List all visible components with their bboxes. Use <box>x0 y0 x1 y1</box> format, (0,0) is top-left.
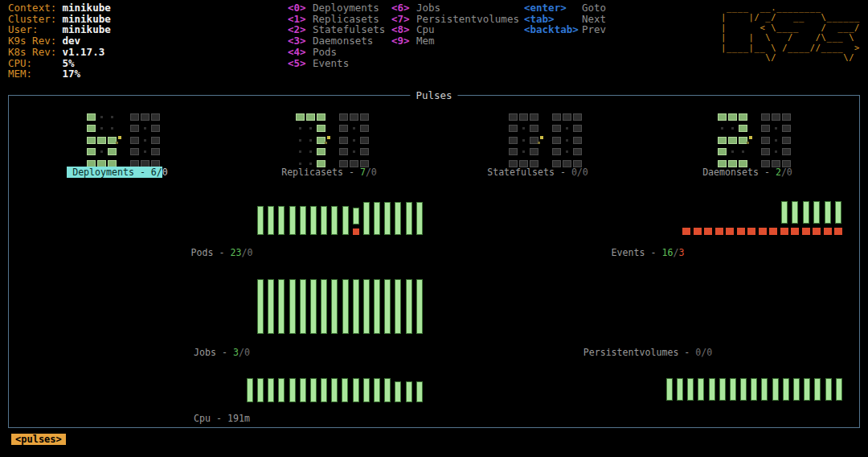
jobs-bar-chart[interactable] <box>257 279 423 334</box>
matrix-block <box>761 148 770 155</box>
ok-bar <box>406 202 412 235</box>
bar-sample <box>300 202 306 235</box>
matrix-block <box>530 148 538 155</box>
matrix-dot <box>350 137 358 144</box>
ok-bar <box>395 381 401 402</box>
digit-0 <box>761 113 791 167</box>
cpu-label[interactable]: Cpu - 191m <box>61 412 383 425</box>
ok-bar <box>416 381 423 402</box>
ok-bar <box>353 378 359 402</box>
matrix-dot <box>772 137 780 144</box>
menu-item-replicasets[interactable]: <1>Replicasets <box>288 14 385 25</box>
daemonsets-label[interactable]: Daemonsets - 2/0 <box>587 166 868 179</box>
matrix-dot <box>772 148 780 155</box>
deployments-digit-chart[interactable] <box>87 113 161 167</box>
error-bar <box>726 228 734 235</box>
matrix-dot <box>563 137 571 144</box>
error-bar <box>704 228 712 235</box>
label-segment: 16 <box>661 247 673 258</box>
ok-bar <box>321 279 327 334</box>
matrix-block <box>573 113 582 121</box>
menu-item-events[interactable]: <5>Events <box>288 58 385 69</box>
ok-bar <box>247 378 253 402</box>
ok-bar <box>792 201 798 224</box>
statefulsets-digit-chart[interactable] <box>509 113 583 167</box>
ok-bar <box>363 279 370 334</box>
bar-sample <box>321 279 327 334</box>
bar-sample <box>406 279 412 334</box>
replicasets-digit-chart[interactable] <box>296 113 370 167</box>
bar-sample <box>374 378 380 402</box>
mem-bar-chart[interactable] <box>666 378 842 401</box>
menu-item-goto[interactable]: <enter>Goto <box>524 2 606 14</box>
matrix-block <box>509 148 518 155</box>
ok-bar <box>416 202 423 235</box>
error-bar <box>780 228 788 235</box>
menu-label: Mem <box>416 35 435 47</box>
bar-sample <box>715 201 723 235</box>
digit-separator <box>538 113 552 167</box>
matrix-block <box>306 113 315 121</box>
matrix-block <box>782 125 791 132</box>
info-value: 17% <box>63 68 81 80</box>
matrix-dot <box>296 148 305 155</box>
ok-bar <box>814 378 821 401</box>
bar-sample <box>257 202 264 235</box>
menu-item-prev[interactable]: <backtab>Prev <box>524 24 606 35</box>
matrix-block <box>739 125 747 132</box>
menu-item-daemonsets[interactable]: <3>Daemonsets <box>288 35 385 47</box>
menu-item-next[interactable]: <tab>Next <box>524 14 606 25</box>
matrix-block <box>339 113 348 121</box>
menu-item-persistentvolumes[interactable]: <7>Persistentvolumes <box>391 14 519 25</box>
ok-bar <box>772 378 779 401</box>
menu-item-pods[interactable]: <4>Pods <box>288 47 385 58</box>
bar-sample <box>791 201 799 235</box>
cpu-bar-chart[interactable] <box>247 378 423 402</box>
info-label: K9s Rev: <box>8 35 63 47</box>
persistentvolumes-label[interactable]: Persistentvolumes - 0/0 <box>487 346 809 359</box>
jobs-label[interactable]: Jobs - 3/0 <box>61 346 383 359</box>
ok-bar <box>825 378 832 401</box>
ok-bar <box>835 201 841 224</box>
matrix-block <box>772 113 780 121</box>
cluster-info-row: CPU:5% <box>8 58 111 69</box>
bar-sample <box>268 279 274 334</box>
bar-sample <box>694 201 702 235</box>
menu-item-statefulsets[interactable]: <2>Statefulsets <box>288 24 385 35</box>
ok-bar <box>813 201 820 224</box>
bar-sample <box>687 378 694 401</box>
daemonsets-digit-chart[interactable] <box>718 113 792 167</box>
events-label[interactable]: Events - 16/3 <box>487 246 809 259</box>
matrix-block <box>509 137 518 144</box>
bar-sample <box>321 378 327 402</box>
ok-bar <box>374 279 380 334</box>
label-segment: 7 <box>360 167 366 178</box>
matrix-block <box>573 137 582 144</box>
matrix-dot <box>97 148 106 155</box>
ok-bar <box>289 378 296 402</box>
bar-sample <box>310 202 317 235</box>
menu-key: <4> <box>288 47 313 58</box>
ok-bar <box>395 279 401 334</box>
pods-bar-chart[interactable] <box>257 202 423 235</box>
menu-item-jobs[interactable]: <6>Jobs <box>391 2 519 14</box>
menu-item-cpu[interactable]: <8>Cpu <box>391 24 519 35</box>
bar-sample <box>709 378 715 401</box>
pulses-crumb[interactable]: <pulses> <box>11 434 66 445</box>
label-segment: 2 <box>776 167 781 178</box>
matrix-block <box>761 113 770 121</box>
events-bar-chart[interactable] <box>682 201 842 235</box>
matrix-dot <box>519 125 528 132</box>
digit-0 <box>509 113 538 167</box>
menu-item-deployments[interactable]: <0>Deployments <box>288 2 385 14</box>
ok-bar <box>793 378 800 401</box>
menu-key: <7> <box>391 14 416 25</box>
ok-bar <box>268 206 274 235</box>
error-bar <box>715 228 723 235</box>
bar-sample <box>751 378 757 401</box>
menu-item-mem[interactable]: <9>Mem <box>391 35 519 47</box>
bar-sample <box>278 279 285 334</box>
matrix-block <box>141 113 149 121</box>
pods-label[interactable]: Pods - 23/0 <box>61 246 383 259</box>
matrix-dot <box>141 148 149 155</box>
